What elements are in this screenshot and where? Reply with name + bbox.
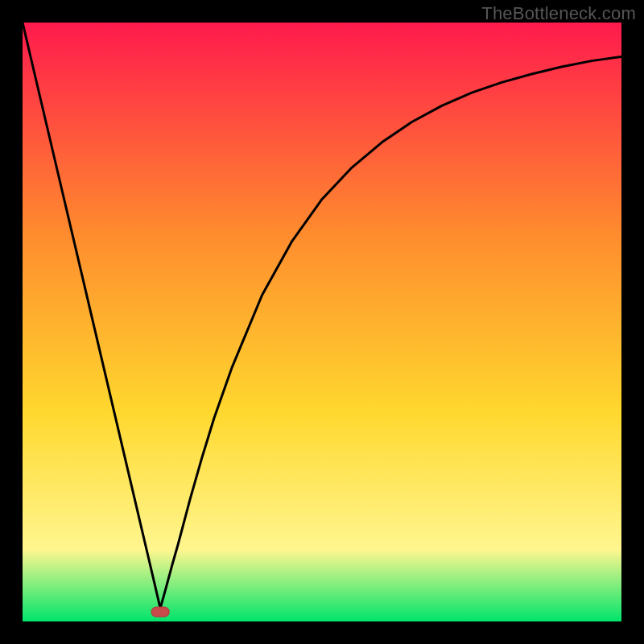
gradient-background — [23, 23, 621, 621]
watermark-text: TheBottleneck.com — [481, 3, 636, 24]
chart-frame — [23, 23, 621, 621]
optimal-point-marker — [151, 607, 169, 617]
bottleneck-chart-svg — [23, 23, 621, 621]
